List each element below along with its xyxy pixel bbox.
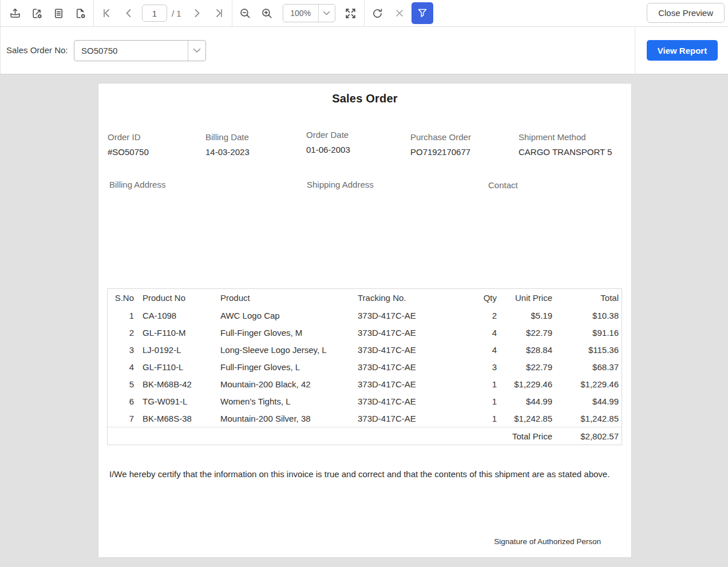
total-price-label: Total Price [114,431,552,441]
cell-total: $1,229.46 [552,379,619,389]
cell-product: Full-Finger Gloves, M [220,328,358,338]
column-header: Qty [461,293,497,303]
items-table-header: S.No Product No Product Tracking No. Qty… [108,289,622,307]
export-setup-icon [30,7,43,20]
cell-sno: 5 [114,379,134,389]
toolbar-separator [232,0,232,27]
column-header: Product No [134,293,220,303]
cell-product: Long-Sleeve Logo Jersey, L [220,345,358,355]
cell-sno: 7 [114,414,134,423]
zoom-level-select[interactable]: 100% [283,4,335,22]
cell-qty: 1 [461,379,497,389]
chevron-down-icon [188,41,205,61]
cell-tracking-no: 373D-417C-AE [358,362,461,372]
cell-qty: 1 [461,414,497,423]
cell-tracking-no: 373D-417C-AE [358,328,461,338]
cell-product-no: TG-W091-L [134,396,220,406]
report-viewer-app: / 1 [0,0,728,567]
cell-sno: 3 [114,345,134,355]
cell-unit-price: $1,242.85 [497,414,552,423]
cell-qty: 3 [461,362,497,372]
first-page-icon [101,7,113,19]
billing-address-label: Billing Address [109,180,165,189]
fit-to-page-button[interactable] [340,2,362,24]
cell-unit-price: $44.99 [497,396,552,406]
toolbar-separator [364,0,365,27]
cell-product: Mountain-200 Silver, 38 [220,414,358,423]
table-row: 7 BK-M68S-38 Mountain-200 Silver, 38 373… [108,410,622,427]
previous-page-icon [122,7,135,19]
zoom-in-icon [260,7,274,20]
meta-value: 14-03-2023 [205,147,306,157]
zoom-in-button[interactable] [256,2,278,24]
contact-section: Contact [488,180,518,196]
refresh-button[interactable] [367,2,389,24]
meta-label: Order ID [108,132,205,142]
meta-value: #SO50750 [108,147,205,157]
order-meta-field: Purchase Order PO7192170677 [410,132,519,157]
order-meta-field: Billing Date 14-03-2023 [205,132,306,157]
table-row: 2 GL-F110-M Full-Finger Gloves, M 373D-4… [108,324,622,341]
refresh-icon [371,7,384,20]
first-page-button[interactable] [96,2,118,24]
filter-parameters-button[interactable] [412,2,433,24]
meta-label: Billing Date [205,132,306,142]
print-button[interactable] [48,2,69,24]
cell-total: $10.38 [552,311,619,320]
signature-label: Signature of Authorized Person [494,537,601,546]
cell-sno: 4 [114,362,134,372]
shipping-address-label: Shipping Address [307,180,374,189]
export-button[interactable] [4,2,26,24]
meta-value: 01-06-2003 [306,145,410,154]
billing-address-section: Billing Address [109,180,165,196]
next-page-button[interactable] [186,2,208,24]
cell-tracking-no: 373D-417C-AE [358,311,461,320]
cell-total: $44.99 [552,396,619,406]
page-setup-button[interactable] [69,2,91,24]
sales-order-no-value: SO50750 [74,41,188,61]
export-icon [9,7,22,20]
meta-label: Shipment Method [519,132,612,142]
page-number-input[interactable] [142,5,167,22]
contact-label: Contact [488,180,518,190]
cell-product: Mountain-200 Black, 42 [220,379,358,389]
cell-tracking-no: 373D-417C-AE [358,396,461,406]
column-header: S.No [114,293,134,303]
table-row: 5 BK-M68B-42 Mountain-200 Black, 42 373D… [108,375,622,392]
column-header: Unit Price [497,293,552,303]
last-page-button[interactable] [208,2,230,24]
cell-product-no: BK-M68S-38 [134,414,220,423]
table-row: 4 GL-F110-L Full-Finger Gloves, L 373D-4… [108,358,622,375]
cell-product: AWC Logo Cap [220,311,358,320]
cell-qty: 2 [461,311,497,320]
cell-unit-price: $22.79 [497,362,552,372]
sales-order-no-select[interactable]: SO50750 [74,40,206,61]
cell-qty: 1 [461,396,497,406]
cell-sno: 1 [114,311,134,320]
cell-product-no: LJ-0192-L [134,345,220,355]
order-meta-field: Order ID #SO50750 [108,132,205,157]
cell-total: $115.36 [552,345,619,355]
parameter-separator [635,27,635,74]
table-row: 3 LJ-0192-L Long-Sleeve Logo Jersey, L 3… [108,341,622,358]
cell-product: Women's Tights, L [220,396,358,406]
toolbar-separator [93,0,94,27]
cell-total: $91.16 [552,328,619,338]
order-meta-field: Shipment Method CARGO TRANSPORT 5 [519,132,612,157]
shipping-address-section: Shipping Address [307,180,374,196]
column-header: Tracking No. [358,293,461,303]
meta-label: Order Date [306,130,410,140]
table-total-row: Total Price $2,802.57 [108,427,622,445]
report-page: Sales Order Order ID #SO50750 Billing Da… [98,83,632,558]
view-report-button[interactable]: View Report [647,40,718,61]
previous-page-button[interactable] [118,2,140,24]
items-table: S.No Product No Product Tracking No. Qty… [107,288,622,445]
zoom-out-button[interactable] [235,2,256,24]
export-setup-button[interactable] [26,2,48,24]
total-price-value: $2,802.57 [552,431,619,441]
close-preview-button[interactable]: Close Preview [647,3,725,23]
cell-total: $1,242.85 [552,414,619,423]
cancel-button[interactable] [389,2,410,24]
cell-total: $68.37 [552,362,619,372]
cell-unit-price: $22.79 [497,328,552,338]
